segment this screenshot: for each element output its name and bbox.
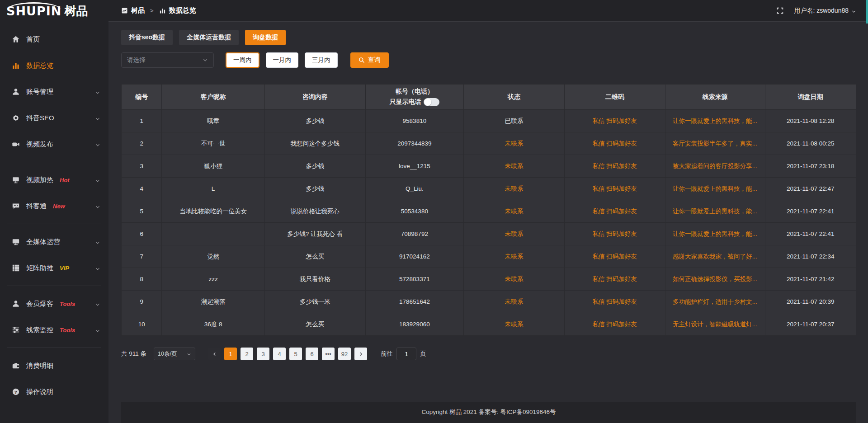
qrcode-link[interactable]: 私信 扫码加好友: [564, 245, 665, 268]
query-button-label: 查询: [368, 56, 381, 64]
user-icon: [12, 300, 20, 308]
sidebar-item-media-operation[interactable]: 全媒体运营: [0, 229, 108, 255]
page-size-select[interactable]: 10条/页: [154, 348, 195, 360]
toggle-knob: [424, 99, 431, 106]
page-button-6[interactable]: 6: [306, 348, 318, 360]
source-link[interactable]: 多功能护栏灯，适用于乡村文...: [665, 291, 765, 313]
goto-page-input[interactable]: [396, 348, 416, 360]
page-button-3[interactable]: 3: [257, 348, 269, 360]
user-icon: [12, 88, 20, 96]
sidebar-item-video-heat[interactable]: 视频加热 Hot: [0, 167, 108, 193]
status-badge: 未联系: [464, 178, 565, 200]
sidebar-item-douketong[interactable]: 抖客通 New: [0, 193, 108, 219]
qrcode-link[interactable]: 私信 扫码加好友: [564, 200, 665, 223]
new-badge: New: [53, 203, 65, 210]
sidebar-item-douyin-seo[interactable]: 抖音SEO: [0, 105, 108, 131]
source-link[interactable]: 如何正确选择投影仪，买投影...: [665, 268, 765, 291]
prev-page-button[interactable]: [208, 348, 221, 360]
sidebar-item-spend-detail[interactable]: 消费明细: [0, 352, 108, 379]
source-link[interactable]: 感谢大家喜欢我家，被问了好...: [665, 245, 765, 268]
cell-account: 572803371: [365, 268, 464, 291]
period-quarter-button[interactable]: 三月内: [305, 52, 338, 68]
tab-media-operation-data[interactable]: 全媒体运营数据: [179, 30, 239, 45]
source-link[interactable]: 客厅安装投影半年多了，真实...: [665, 132, 765, 155]
period-month-button[interactable]: 一月内: [266, 52, 299, 68]
breadcrumb-page[interactable]: 数据总览: [159, 6, 196, 15]
sidebar-item-home[interactable]: 首页: [0, 26, 108, 52]
source-link[interactable]: 被大家追着问的客厅投影分享...: [665, 155, 765, 178]
table-row: 1 哦章 多少钱 9583810 已联系 私信 扫码加好友 让你一眼就爱上的黑科…: [122, 110, 856, 132]
tab-bar: 抖音seo数据 全媒体运营数据 询盘数据: [121, 30, 856, 45]
qrcode-link[interactable]: 私信 扫码加好友: [564, 268, 665, 291]
sidebar: SHUPIN 树品 首页 数据总览 账号管理: [0, 0, 108, 423]
chevron-down-icon: [95, 239, 100, 244]
board-icon: [12, 176, 20, 184]
logo-arc: [7, 2, 61, 9]
goto-suffix: 页: [420, 350, 426, 358]
sidebar-item-account-mgmt[interactable]: 账号管理: [0, 79, 108, 105]
cell-content: 我想问这个多少钱: [264, 132, 365, 155]
qrcode-link[interactable]: 私信 扫码加好友: [564, 178, 665, 200]
cell-nickname: 当地比较能吃的一位美女: [162, 200, 265, 223]
sidebar-divider: [7, 162, 101, 162]
account-select[interactable]: 请选择: [121, 52, 214, 68]
tab-inquiry-data[interactable]: 询盘数据: [245, 30, 286, 45]
qrcode-link[interactable]: 私信 扫码加好友: [564, 223, 665, 245]
source-link[interactable]: 让你一眼就爱上的黑科技，能...: [665, 110, 765, 132]
cell-no: 10: [122, 313, 162, 336]
more-pages-button[interactable]: •••: [322, 348, 335, 360]
sidebar-item-data-overview[interactable]: 数据总览: [0, 52, 108, 79]
sidebar-item-label: 数据总览: [26, 61, 53, 70]
user-menu[interactable]: 用户名: zswodun88: [794, 7, 856, 15]
tab-douyin-seo-data[interactable]: 抖音seo数据: [121, 30, 173, 45]
sidebar-item-video-publish[interactable]: 视频发布: [0, 131, 108, 157]
fullscreen-icon[interactable]: [776, 7, 784, 14]
page-button-4[interactable]: 4: [273, 348, 286, 360]
source-link[interactable]: 让你一眼就爱上的黑科技，能...: [665, 178, 765, 200]
page-button-2[interactable]: 2: [241, 348, 253, 360]
sidebar-item-member-leads[interactable]: 会员爆客 Tools: [0, 291, 108, 317]
cell-nickname: L: [162, 178, 265, 200]
cell-nickname: 36度 8: [162, 313, 265, 336]
sidebar-item-lead-monitor[interactable]: 线索监控 Tools: [0, 317, 108, 343]
chevron-down-icon: [95, 141, 100, 147]
qrcode-link[interactable]: 私信 扫码加好友: [564, 110, 665, 132]
cell-no: 8: [122, 268, 162, 291]
bar-chart-icon: [159, 7, 166, 14]
search-icon: [359, 57, 365, 63]
source-link[interactable]: 无主灯设计，智能磁吸轨道灯...: [665, 313, 765, 336]
tools-badge: Tools: [60, 327, 75, 334]
sidebar-item-matrix-boost[interactable]: 矩阵助推 VIP: [0, 255, 108, 281]
sidebar-item-help[interactable]: ? 操作说明: [0, 379, 108, 405]
qrcode-link[interactable]: 私信 扫码加好友: [564, 291, 665, 313]
qrcode-link[interactable]: 私信 扫码加好友: [564, 132, 665, 155]
hot-badge: Hot: [60, 177, 70, 183]
phone-only-toggle[interactable]: [424, 98, 439, 106]
breadcrumb-app[interactable]: 树品: [121, 6, 145, 15]
cell-date: 2021-11-07 22:41: [765, 200, 856, 223]
qrcode-link[interactable]: 私信 扫码加好友: [564, 155, 665, 178]
source-link[interactable]: 让你一眼就爱上的黑科技，能...: [665, 200, 765, 223]
query-button[interactable]: 查询: [350, 52, 389, 68]
sidebar-divider: [7, 224, 101, 224]
page-button-92[interactable]: 92: [338, 348, 351, 360]
status-badge: 未联系: [464, 245, 565, 268]
cell-nickname: 潮起潮落: [162, 291, 265, 313]
page-button-5[interactable]: 5: [289, 348, 302, 360]
sidebar-item-label: 全媒体运营: [26, 238, 60, 246]
cell-content: 怎么买: [264, 245, 365, 268]
cell-date: 2021-11-07 23:18: [765, 155, 856, 178]
next-page-button[interactable]: [354, 348, 367, 360]
source-link[interactable]: 让你一眼就爱上的黑科技，能...: [665, 223, 765, 245]
qrcode-link[interactable]: 私信 扫码加好友: [564, 313, 665, 336]
home-icon: [12, 35, 20, 43]
chevron-down-icon: [95, 177, 100, 183]
scrollbar-thumb[interactable]: [866, 0, 868, 24]
cell-account: 183929060: [365, 313, 464, 336]
page-buttons: 1 2 3 4 5 6 ••• 92: [208, 348, 367, 360]
cell-content: 说说价格让我死心: [264, 200, 365, 223]
cell-content: 多少钱: [264, 178, 365, 200]
page-button-1[interactable]: 1: [224, 348, 237, 360]
status-badge: 未联系: [464, 223, 565, 245]
period-week-button[interactable]: 一周内: [226, 52, 259, 68]
